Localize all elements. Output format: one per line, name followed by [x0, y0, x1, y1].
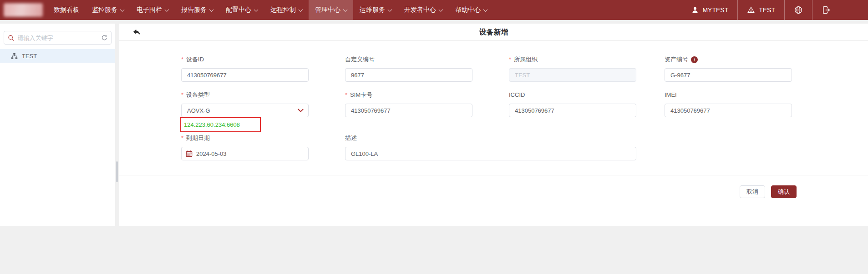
chevron-down-icon	[209, 7, 214, 12]
device-type-value: AOVX-G	[187, 107, 210, 114]
nav-item-monitor[interactable]: 监控服务	[86, 0, 130, 20]
chevron-down-icon	[299, 7, 303, 12]
chevron-down-icon	[483, 7, 488, 12]
user-menu[interactable]: MYTEST	[682, 0, 737, 20]
tree-search-box	[4, 31, 112, 45]
tree-search-input[interactable]	[18, 35, 98, 41]
footer-divider	[119, 175, 868, 175]
org-tree-sidebar: TEST	[0, 24, 115, 226]
custom-no-input-wrap	[345, 68, 472, 82]
field-iccid: ICCID	[509, 91, 636, 117]
chevron-down-icon	[298, 106, 304, 112]
tree-node-test[interactable]: TEST	[0, 49, 115, 63]
field-description: 描述	[345, 134, 636, 160]
asset-no-label-text: 资产编号	[665, 55, 688, 64]
user-icon	[691, 6, 699, 14]
nav-item-dashboard[interactable]: 数据看板	[47, 0, 86, 20]
confirm-button[interactable]: 确认	[771, 185, 797, 198]
expire-date-picker[interactable]: 2024-05-03	[181, 147, 309, 160]
nav-item-ops-service[interactable]: 运维服务	[353, 0, 398, 20]
nav-label: 运维服务	[360, 6, 385, 14]
main-menu: 数据看板 监控服务 电子围栏 报告服务 配置中心 远程控制 管理中心 运维服务 …	[47, 0, 493, 20]
chevron-down-icon	[439, 7, 443, 12]
logout-button[interactable]	[812, 0, 840, 20]
field-imei: IMEI	[665, 91, 792, 117]
globe-icon	[794, 5, 803, 15]
asset-no-label: 资产编号 i	[665, 55, 792, 64]
field-asset-no: 资产编号 i	[665, 55, 792, 82]
server-address-annotation: 124.223.60.234:6608	[180, 117, 261, 132]
chevron-down-icon	[165, 7, 169, 12]
user-name: MYTEST	[702, 6, 728, 14]
field-org: 所属组织	[509, 55, 636, 82]
iccid-input-wrap	[509, 104, 636, 117]
chevron-down-icon	[254, 7, 259, 12]
asset-no-input-wrap	[665, 68, 792, 82]
description-label: 描述	[345, 134, 636, 142]
imei-input[interactable]	[670, 107, 786, 114]
logout-icon	[822, 5, 831, 15]
nav-item-config[interactable]: 配置中心	[219, 0, 264, 20]
language-menu[interactable]	[784, 0, 812, 20]
field-sim: SIM卡号	[345, 91, 472, 117]
asset-no-input[interactable]	[670, 72, 786, 79]
nav-label: 开发者中心	[404, 6, 436, 14]
info-icon[interactable]: i	[691, 56, 698, 63]
nav-label: 帮助中心	[455, 6, 481, 14]
nav-item-geofence[interactable]: 电子围栏	[130, 0, 175, 20]
refresh-icon[interactable]	[101, 35, 108, 41]
nav-label: 报告服务	[181, 6, 207, 14]
imei-label: IMEI	[665, 91, 792, 99]
sim-input[interactable]	[351, 107, 467, 114]
iccid-label: ICCID	[509, 91, 636, 99]
navbar-right-cluster: MYTEST TEST	[682, 0, 868, 20]
app-logo	[4, 3, 43, 17]
calendar-icon	[186, 150, 193, 157]
tree-node-label: TEST	[22, 53, 37, 60]
org-triangle-icon	[747, 6, 755, 14]
nav-label: 监控服务	[92, 6, 117, 14]
nav-item-developer-center[interactable]: 开发者中心	[398, 0, 449, 20]
expire-date-value: 2024-05-03	[196, 150, 227, 157]
sim-label: SIM卡号	[345, 91, 472, 99]
nav-label: 数据看板	[54, 6, 79, 14]
server-address-text: 124.223.60.234:6608	[184, 121, 240, 128]
sitemap-icon	[11, 53, 18, 60]
device-id-input-wrap	[181, 68, 309, 82]
cancel-button[interactable]: 取消	[740, 185, 765, 198]
field-device-id: 设备ID	[181, 55, 309, 82]
chevron-down-icon	[388, 7, 392, 12]
field-expire-date: 到期日期 2024-05-03	[181, 134, 309, 160]
device-type-select[interactable]: AOVX-G	[181, 104, 309, 117]
nav-label: 远程控制	[270, 6, 296, 14]
field-custom-no: 自定义编号	[345, 55, 472, 82]
device-id-input[interactable]	[187, 72, 303, 79]
nav-item-help-center[interactable]: 帮助中心	[449, 0, 493, 20]
org-menu[interactable]: TEST	[737, 0, 784, 20]
nav-item-management-center[interactable]: 管理中心	[309, 0, 353, 20]
imei-input-wrap	[665, 104, 792, 117]
device-id-label: 设备ID	[181, 55, 309, 64]
description-input-wrap	[345, 147, 636, 160]
nav-item-remote-control[interactable]: 远程控制	[264, 0, 309, 20]
org-name: TEST	[759, 6, 775, 14]
iccid-input[interactable]	[515, 107, 630, 114]
sim-input-wrap	[345, 104, 472, 117]
org-input-wrap	[509, 68, 636, 82]
footer-actions: 取消 确认	[740, 185, 797, 198]
chevron-down-icon	[120, 7, 125, 12]
panel-header: 设备新增	[119, 24, 868, 41]
custom-no-input[interactable]	[351, 72, 467, 79]
nav-label: 管理中心	[315, 6, 340, 14]
search-icon	[8, 35, 15, 41]
custom-no-label: 自定义编号	[345, 55, 472, 64]
nav-label: 配置中心	[226, 6, 251, 14]
sidebar-resize-handle[interactable]	[116, 161, 118, 182]
app-window: 数据看板 监控服务 电子围栏 报告服务 配置中心 远程控制 管理中心 运维服务 …	[0, 0, 868, 274]
org-label: 所属组织	[509, 55, 636, 64]
device-add-panel: 设备新增 设备ID 自定义编号 所属组织 资产编号 i 设备类型 AOVX-G	[119, 24, 868, 226]
description-input[interactable]	[351, 150, 630, 157]
org-input	[515, 72, 630, 79]
nav-item-report[interactable]: 报告服务	[175, 0, 219, 20]
chevron-down-icon	[343, 7, 348, 12]
